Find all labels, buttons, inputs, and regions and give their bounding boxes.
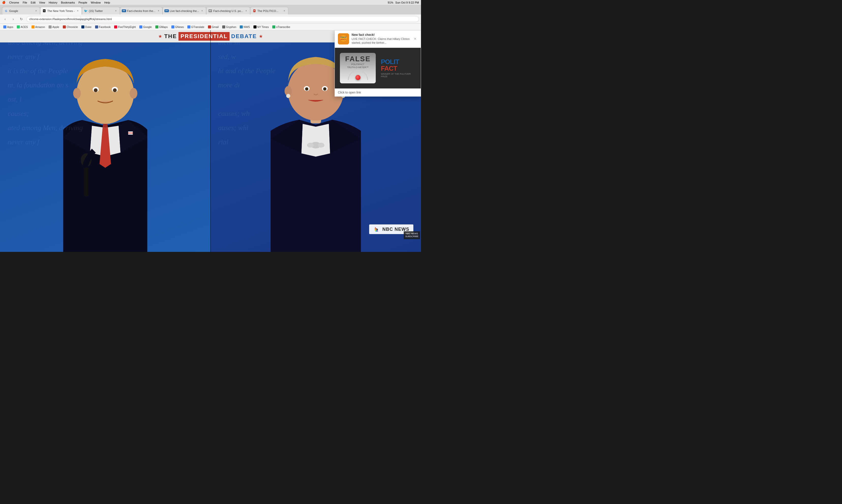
tab-politico[interactable]: P The POLITICO... × xyxy=(250,7,288,15)
meter-indicator-dot xyxy=(355,75,360,80)
bookmark-gmail[interactable]: Gmail xyxy=(207,25,220,29)
svg-rect-10 xyxy=(84,166,88,196)
subscribe-watermark: NBC NEWSSUBSCRIBE xyxy=(404,231,420,239)
star-right: ★ xyxy=(259,34,263,39)
fact-check-notification[interactable]: POLIT IFACT New fact check! LIVE FACT-CH… xyxy=(335,30,421,96)
bookmarks-bar: Apps ACES Amazon Apple Chronicle Duke Fa… xyxy=(0,24,421,30)
bookmark-chronicle[interactable]: Chronicle xyxy=(61,25,79,29)
menubar: 🍎 Chrome File Edit View History Bookmark… xyxy=(0,0,421,5)
tab-favicon-livefact: PF xyxy=(165,9,168,13)
bookmark-google[interactable]: Google xyxy=(138,25,153,29)
bookmark-nytimes[interactable]: NY Times xyxy=(252,25,270,29)
tab-favicon-twitter: 🐦 xyxy=(84,9,88,13)
url-text: chrome-extension://faaleponcnfhmolcbaaja… xyxy=(29,18,112,21)
bookmark-label: Duke xyxy=(85,25,91,29)
bookmark-nws[interactable]: NWS xyxy=(238,25,251,29)
tab-livefact[interactable]: PF Live fact-checking the... × xyxy=(162,7,206,15)
tab-close-google[interactable]: × xyxy=(34,9,38,13)
meter-needle xyxy=(348,70,368,80)
tab-twitter[interactable]: 🐦 (15) Twitter × xyxy=(82,7,120,15)
truth-o-meter: FALSE POLITIFACT TRUTH-O-METER™ xyxy=(340,53,376,83)
refresh-button[interactable]: ↻ xyxy=(18,16,24,22)
bookmark-label: Chronicle xyxy=(67,25,78,29)
view-menu[interactable]: View xyxy=(39,1,45,4)
politifact-badge-svg: POLIT IFACT xyxy=(338,33,349,44)
banner-debate: DEBATE xyxy=(231,33,257,40)
bookmark-gmaps[interactable]: GMaps xyxy=(154,25,169,29)
url-input[interactable]: chrome-extension://faaleponcnfhmolcbaaja… xyxy=(26,16,419,22)
tab-factchecking[interactable]: PF Fact-checking U.S. po... × xyxy=(206,7,250,15)
svg-point-24 xyxy=(323,87,326,90)
pf-polit: POLIT xyxy=(381,58,399,65)
svg-point-8 xyxy=(130,88,137,98)
bookmark-label: ACES xyxy=(21,25,28,29)
bookmark-amazon[interactable]: Amazon xyxy=(30,25,47,29)
people-menu[interactable]: People xyxy=(78,1,87,4)
bookmark-facebook[interactable]: Facebook xyxy=(94,25,112,29)
bookmark-gtranslate[interactable]: GTranslate xyxy=(186,25,206,29)
meter-brand: POLITIFACT TRUTH-O-METER™ xyxy=(347,63,369,69)
tab-title-twitter: (15) Twitter xyxy=(89,10,113,13)
bookmark-label: GMaps xyxy=(159,25,168,29)
chrome-menu[interactable]: Chrome xyxy=(9,1,19,4)
bookmark-label: GNews xyxy=(175,25,184,29)
apple-menu[interactable]: 🍎 xyxy=(2,1,5,4)
window-menu[interactable]: Window xyxy=(91,1,101,4)
tab-close-factchecking[interactable]: × xyxy=(244,9,248,13)
banner-the: THE xyxy=(164,33,177,40)
svg-point-18 xyxy=(318,143,324,147)
tab-favicon-factchecks: PF xyxy=(122,9,126,13)
notification-header: POLIT IFACT New fact check! LIVE FACT-CH… xyxy=(335,31,421,48)
svg-point-23 xyxy=(305,87,308,90)
notification-close-button[interactable]: × xyxy=(413,36,418,41)
svg-text:IFACT: IFACT xyxy=(340,38,346,41)
meter-brand-line1: POLITIFACT xyxy=(347,63,369,66)
bookmark-label: Gmail xyxy=(212,25,219,29)
back-button[interactable]: ‹ xyxy=(2,16,8,22)
bookmark-label: Google xyxy=(143,25,152,29)
bookmark-duke[interactable]: Duke xyxy=(80,25,93,29)
browser-window: G Google × N The New York Times - × 🐦 (1… xyxy=(0,5,421,252)
notification-open-link[interactable]: Click to open link xyxy=(335,88,421,96)
tab-close-nyt[interactable]: × xyxy=(76,9,79,13)
edit-menu[interactable]: Edit xyxy=(31,1,36,4)
content-area: uted among Men, deriving never any f it … xyxy=(0,30,421,252)
tab-close-factchecks[interactable]: × xyxy=(157,9,160,13)
tab-title-nyt: The New York Times - xyxy=(47,10,75,13)
tab-close-livefact[interactable]: × xyxy=(200,9,204,13)
svg-point-17 xyxy=(307,143,314,147)
tab-title-politico: The POLITICO... xyxy=(257,10,281,13)
tab-bar: G Google × N The New York Times - × 🐦 (1… xyxy=(0,5,421,15)
file-menu[interactable]: File xyxy=(23,1,27,4)
notification-title: New fact check! xyxy=(352,33,410,37)
tab-close-politico[interactable]: × xyxy=(283,9,286,13)
tab-google[interactable]: G Google × xyxy=(2,7,40,15)
history-menu[interactable]: History xyxy=(49,1,57,4)
bookmark-fivethirtyeight[interactable]: FiveThirtyEight xyxy=(113,25,137,29)
help-menu[interactable]: Help xyxy=(104,1,110,4)
bookmark-aces[interactable]: ACES xyxy=(16,25,29,29)
bookmark-otranscribe[interactable]: oTranscribe xyxy=(271,25,291,29)
svg-point-6 xyxy=(113,88,117,92)
meter-false-label: FALSE xyxy=(345,55,371,63)
bookmark-label: NWS xyxy=(244,25,250,29)
bookmarks-menu[interactable]: Bookmarks xyxy=(61,1,75,4)
bookmark-gryphon[interactable]: Gryphon xyxy=(221,25,237,29)
forward-button[interactable]: › xyxy=(10,16,16,22)
bookmark-apps[interactable]: Apps xyxy=(2,25,15,29)
address-bar: ‹ › ↻ chrome-extension://faaleponcnfhmol… xyxy=(0,15,421,24)
notification-text-area: New fact check! LIVE FACT-CHECK: Claims … xyxy=(352,33,410,45)
bookmark-label: Amazon xyxy=(35,25,45,29)
bookmark-gnews[interactable]: GNews xyxy=(170,25,185,29)
svg-point-5 xyxy=(94,88,97,92)
meter-brand-line2: TRUTH-O-METER™ xyxy=(347,66,369,69)
portrait-divider xyxy=(210,30,211,252)
tab-nyt[interactable]: N The New York Times - × xyxy=(40,7,82,15)
tab-close-twitter[interactable]: × xyxy=(114,9,118,13)
notification-image-area: FALSE POLITIFACT TRUTH-O-METER™ POLIT FA… xyxy=(335,48,421,88)
tab-title-factchecking: Fact-checking U.S. po... xyxy=(213,10,243,13)
bookmark-label: Facebook xyxy=(99,25,111,29)
svg-point-7 xyxy=(73,88,81,98)
tab-factchecks[interactable]: PF Fact-checks from the... × xyxy=(120,7,163,15)
bookmark-apple[interactable]: Apple xyxy=(47,25,60,29)
